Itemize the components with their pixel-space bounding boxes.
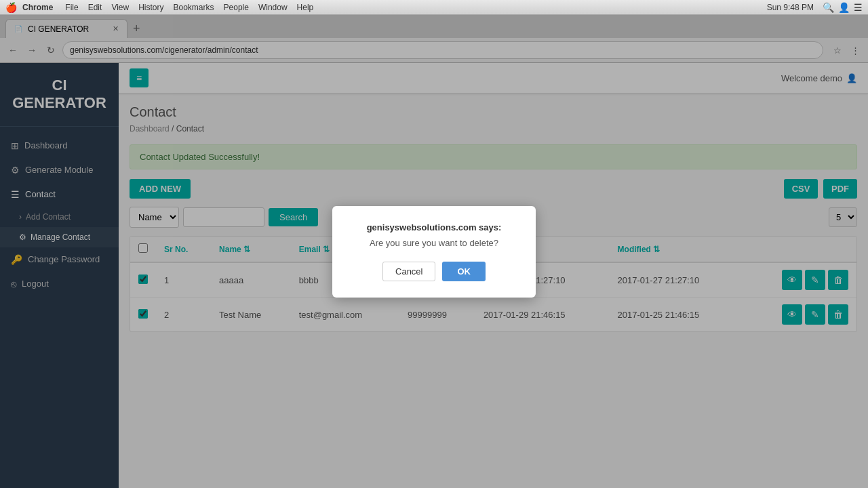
menu-bar[interactable]: Chrome File Edit View History Bookmarks … xyxy=(22,3,313,12)
people-menu[interactable]: People xyxy=(224,3,249,12)
history-menu[interactable]: History xyxy=(138,3,163,12)
confirm-dialog: genisyswebsolutions.com says: Are you su… xyxy=(332,206,536,298)
titlebar: 🍎 Chrome File Edit View History Bookmark… xyxy=(0,0,868,15)
modal-cancel-button[interactable]: Cancel xyxy=(382,262,435,281)
view-menu[interactable]: View xyxy=(111,3,129,12)
modal-overlay: genisyswebsolutions.com says: Are you su… xyxy=(0,15,868,488)
bookmarks-menu[interactable]: Bookmarks xyxy=(174,3,214,12)
search-icon: 🔍 xyxy=(823,2,834,13)
help-menu[interactable]: Help xyxy=(297,3,314,12)
user-icon: 👤 xyxy=(838,2,850,13)
chrome-menu[interactable]: Chrome xyxy=(22,3,53,12)
edit-menu[interactable]: Edit xyxy=(88,3,102,12)
system-time: Sun 9:48 PM xyxy=(767,3,814,12)
window-menu[interactable]: Window xyxy=(258,3,288,12)
file-menu[interactable]: File xyxy=(65,3,78,12)
modal-site-name: genisyswebsolutions.com says: xyxy=(351,222,517,232)
apple-icon: 🍎 xyxy=(5,2,17,13)
modal-buttons: Cancel OK xyxy=(351,262,517,281)
system-icons: 🔍 👤 ☰ xyxy=(823,2,863,13)
controls-icon: ☰ xyxy=(854,2,863,13)
modal-ok-button[interactable]: OK xyxy=(442,262,486,281)
modal-message: Are you sure you want to delete? xyxy=(351,238,517,248)
